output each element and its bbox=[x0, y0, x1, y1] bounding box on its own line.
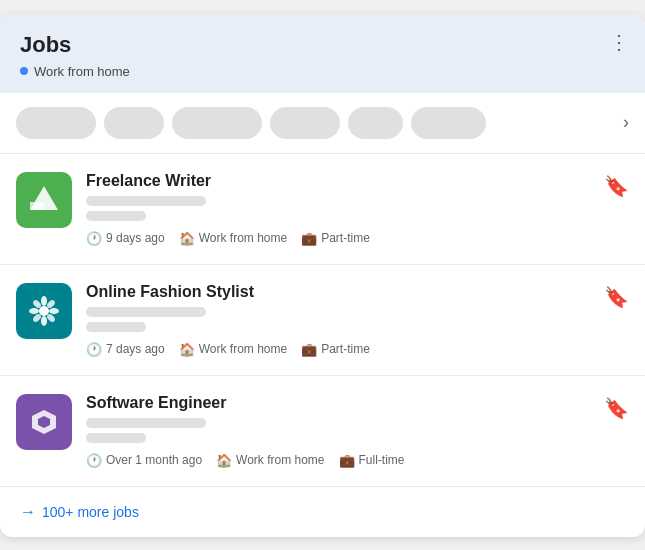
job-logo-freelance bbox=[16, 172, 72, 228]
job-loc-placeholder-software bbox=[86, 433, 146, 443]
job-type-label-fashion: Part-time bbox=[321, 342, 370, 356]
subtitle-text: Work from home bbox=[34, 64, 130, 79]
svg-point-3 bbox=[41, 296, 47, 306]
job-time-label-freelance: 9 days ago bbox=[106, 231, 165, 245]
more-jobs-label: 100+ more jobs bbox=[42, 504, 139, 520]
job-company-placeholder-software bbox=[86, 418, 206, 428]
bookmark-button-freelance[interactable]: 🔖 bbox=[604, 174, 629, 198]
job-time-fashion: 🕐 7 days ago bbox=[86, 342, 165, 357]
filter-scroll-arrow[interactable]: › bbox=[623, 112, 629, 133]
job-meta-freelance: 🕐 9 days ago 🏠 Work from home 💼 Part-tim… bbox=[86, 231, 590, 246]
filter-row: › bbox=[0, 93, 645, 153]
clock-icon: 🕐 bbox=[86, 231, 102, 246]
job-list: Freelance Writer 🕐 9 days ago 🏠 Work fro… bbox=[0, 153, 645, 487]
svg-point-2 bbox=[39, 306, 49, 316]
jobs-card: Jobs Work from home ⋮ › Freelance Write bbox=[0, 14, 645, 537]
home-icon-freelance: 🏠 bbox=[179, 231, 195, 246]
clock-icon-fashion: 🕐 bbox=[86, 342, 102, 357]
job-location-label-freelance: Work from home bbox=[199, 231, 287, 245]
filter-pill-2[interactable] bbox=[104, 107, 164, 139]
job-info-fashion: Online Fashion Stylist 🕐 7 days ago 🏠 Wo… bbox=[86, 283, 590, 357]
job-location-placeholder bbox=[86, 211, 146, 221]
job-location-label-software: Work from home bbox=[236, 453, 324, 467]
job-item-software-engineer[interactable]: Software Engineer 🕐 Over 1 month ago 🏠 W… bbox=[0, 376, 645, 487]
job-location-software: 🏠 Work from home bbox=[216, 453, 324, 468]
menu-icon[interactable]: ⋮ bbox=[609, 32, 629, 52]
job-type-label-software: Full-time bbox=[359, 453, 405, 467]
header: Jobs Work from home ⋮ bbox=[0, 14, 645, 93]
briefcase-icon-freelance: 💼 bbox=[301, 231, 317, 246]
filter-pill-3[interactable] bbox=[172, 107, 262, 139]
job-title-freelance: Freelance Writer bbox=[86, 172, 590, 190]
job-item-fashion-stylist[interactable]: Online Fashion Stylist 🕐 7 days ago 🏠 Wo… bbox=[0, 265, 645, 376]
job-company-placeholder-fashion bbox=[86, 307, 206, 317]
job-type-fashion: 💼 Part-time bbox=[301, 342, 370, 357]
header-subtitle: Work from home bbox=[20, 64, 625, 79]
job-title-fashion: Online Fashion Stylist bbox=[86, 283, 590, 301]
job-location-freelance: 🏠 Work from home bbox=[179, 231, 287, 246]
svg-point-6 bbox=[49, 308, 59, 314]
filter-pill-1[interactable] bbox=[16, 107, 96, 139]
job-meta-fashion: 🕐 7 days ago 🏠 Work from home 💼 Part-tim… bbox=[86, 342, 590, 357]
job-meta-software: 🕐 Over 1 month ago 🏠 Work from home 💼 Fu… bbox=[86, 453, 590, 468]
job-company-placeholder bbox=[86, 196, 206, 206]
home-icon-fashion: 🏠 bbox=[179, 342, 195, 357]
job-type-software: 💼 Full-time bbox=[339, 453, 405, 468]
briefcase-icon-software: 💼 bbox=[339, 453, 355, 468]
job-location-fashion: 🏠 Work from home bbox=[179, 342, 287, 357]
more-jobs-section: → 100+ more jobs bbox=[0, 487, 645, 537]
job-time-label-fashion: 7 days ago bbox=[106, 342, 165, 356]
job-logo-fashion bbox=[16, 283, 72, 339]
job-time-software: 🕐 Over 1 month ago bbox=[86, 453, 202, 468]
job-info-freelance: Freelance Writer 🕐 9 days ago 🏠 Work fro… bbox=[86, 172, 590, 246]
filter-pill-4[interactable] bbox=[270, 107, 340, 139]
bookmark-button-fashion[interactable]: 🔖 bbox=[604, 285, 629, 309]
briefcase-icon-fashion: 💼 bbox=[301, 342, 317, 357]
job-item-freelance-writer[interactable]: Freelance Writer 🕐 9 days ago 🏠 Work fro… bbox=[0, 154, 645, 265]
subtitle-dot bbox=[20, 67, 28, 75]
job-loc-placeholder-fashion bbox=[86, 322, 146, 332]
job-location-label-fashion: Work from home bbox=[199, 342, 287, 356]
job-type-label-freelance: Part-time bbox=[321, 231, 370, 245]
page-title: Jobs bbox=[20, 32, 625, 58]
job-time-label-software: Over 1 month ago bbox=[106, 453, 202, 467]
job-info-software: Software Engineer 🕐 Over 1 month ago 🏠 W… bbox=[86, 394, 590, 468]
job-logo-software bbox=[16, 394, 72, 450]
clock-icon-software: 🕐 bbox=[86, 453, 102, 468]
job-title-software: Software Engineer bbox=[86, 394, 590, 412]
job-time-freelance: 🕐 9 days ago bbox=[86, 231, 165, 246]
filter-pill-6[interactable] bbox=[411, 107, 486, 139]
job-type-freelance: 💼 Part-time bbox=[301, 231, 370, 246]
svg-point-5 bbox=[29, 308, 39, 314]
filter-pill-5[interactable] bbox=[348, 107, 403, 139]
svg-rect-1 bbox=[30, 202, 44, 210]
more-jobs-link[interactable]: → 100+ more jobs bbox=[20, 503, 139, 521]
home-icon-software: 🏠 bbox=[216, 453, 232, 468]
svg-point-4 bbox=[41, 316, 47, 326]
bookmark-button-software[interactable]: 🔖 bbox=[604, 396, 629, 420]
more-jobs-arrow-icon: → bbox=[20, 503, 36, 521]
